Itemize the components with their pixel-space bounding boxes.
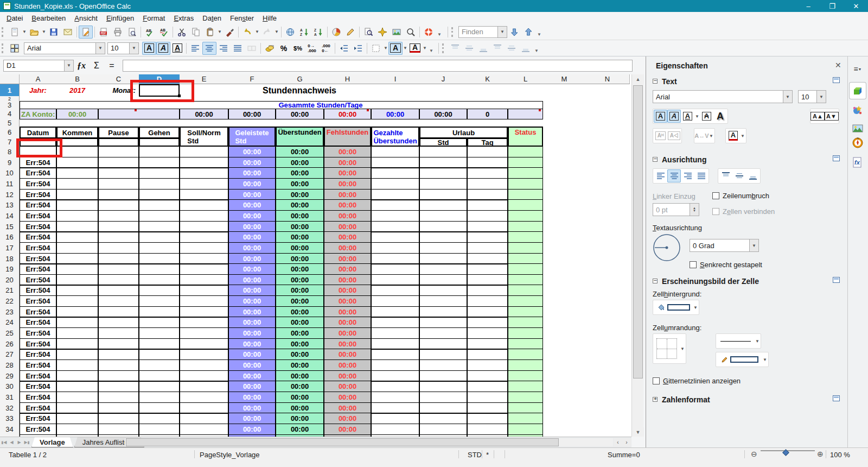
cell-J16[interactable] bbox=[419, 231, 467, 243]
sidebar-close-icon[interactable]: ✕ bbox=[835, 61, 841, 70]
undo-button[interactable] bbox=[240, 26, 254, 39]
cell-E13[interactable] bbox=[180, 199, 228, 211]
cell-B14[interactable] bbox=[56, 210, 98, 222]
cell-E11[interactable] bbox=[180, 178, 228, 190]
cell-K30[interactable] bbox=[467, 381, 508, 392]
cell-A24[interactable]: Err:504 bbox=[20, 317, 56, 328]
find-previous-button[interactable] bbox=[521, 26, 535, 39]
toolbar-overflow-icon[interactable]: ▼ bbox=[533, 42, 540, 55]
cell-A20[interactable]: Err:504 bbox=[20, 274, 56, 286]
cell-C22[interactable] bbox=[98, 295, 139, 307]
cell-C29[interactable] bbox=[98, 370, 139, 382]
row-header-16[interactable]: 16 bbox=[0, 231, 20, 243]
column-header-G[interactable]: G bbox=[276, 74, 324, 84]
chevron-down-icon[interactable]: ▼ bbox=[755, 335, 760, 348]
cell-D9[interactable] bbox=[139, 157, 180, 168]
column-header-corner[interactable] bbox=[0, 74, 20, 84]
scroll-right-icon[interactable]: › bbox=[622, 438, 631, 446]
row-header-1[interactable]: 1 bbox=[0, 84, 20, 97]
cell-I4[interactable]: 00:00 bbox=[371, 109, 419, 119]
cell-D33[interactable] bbox=[139, 413, 180, 424]
cell-K19[interactable] bbox=[467, 263, 508, 275]
cell-J32[interactable] bbox=[419, 402, 467, 414]
hyperlink-button[interactable] bbox=[283, 26, 297, 39]
menu-format[interactable]: Format bbox=[138, 13, 169, 23]
gallery-button[interactable] bbox=[390, 26, 404, 39]
cell-C20[interactable] bbox=[98, 274, 139, 286]
cell-A32[interactable]: Err:504 bbox=[20, 402, 56, 414]
cell-B34[interactable] bbox=[56, 424, 98, 435]
cell-B16[interactable] bbox=[56, 231, 98, 243]
zoom-button[interactable] bbox=[404, 26, 418, 39]
chevron-down-icon[interactable]: ▼ bbox=[709, 129, 714, 142]
sidebar-valign-middle-button[interactable] bbox=[732, 169, 746, 182]
cell-K16[interactable] bbox=[467, 231, 508, 243]
cell-J33[interactable] bbox=[419, 413, 467, 424]
sum-button[interactable]: Σ bbox=[89, 59, 104, 72]
paste-button[interactable] bbox=[203, 26, 217, 39]
menu-datei[interactable]: Datei bbox=[2, 13, 27, 23]
styles-deck-icon[interactable] bbox=[850, 102, 866, 118]
cell-C33[interactable] bbox=[98, 413, 139, 424]
obj-align-right-button[interactable] bbox=[476, 42, 490, 55]
sidebar-align-center-button[interactable] bbox=[667, 169, 681, 182]
row-header-21[interactable]: 21 bbox=[0, 285, 20, 296]
cell-C14[interactable] bbox=[98, 210, 139, 222]
cell-H24[interactable]: 00:00 bbox=[324, 317, 371, 328]
cell-L10[interactable] bbox=[508, 167, 543, 179]
cell-J31[interactable] bbox=[419, 392, 467, 403]
cell-B1[interactable]: 2017 bbox=[56, 84, 98, 97]
cell-L24[interactable] bbox=[508, 317, 543, 328]
cell-appearance-dialog-launcher-icon[interactable] bbox=[833, 277, 840, 283]
cell-I14[interactable] bbox=[371, 210, 419, 222]
cell-L12[interactable] bbox=[508, 189, 543, 200]
cell-E8[interactable] bbox=[180, 146, 228, 157]
border-picker-button[interactable] bbox=[654, 335, 680, 362]
cell-G33[interactable]: 00:00 bbox=[276, 413, 324, 424]
bold-button[interactable]: A bbox=[142, 42, 156, 55]
page-style-indicator[interactable]: PageStyle_Vorlage bbox=[200, 450, 260, 460]
spellcheck-button[interactable]: AB bbox=[143, 26, 157, 39]
cell-A23[interactable]: Err:504 bbox=[20, 306, 56, 318]
cell-H23[interactable]: 00:00 bbox=[324, 306, 371, 318]
cell-K22[interactable] bbox=[467, 295, 508, 307]
menu-fenster[interactable]: Fenster bbox=[226, 13, 258, 23]
delete-decimal-button[interactable]: .0000← bbox=[319, 42, 333, 55]
cell-C28[interactable] bbox=[98, 359, 139, 371]
cell-J7[interactable]: Std bbox=[419, 138, 467, 147]
cell-A11[interactable]: Err:504 bbox=[20, 178, 56, 190]
row-header-24[interactable]: 24 bbox=[0, 317, 20, 328]
cell-F33[interactable]: 00:00 bbox=[228, 413, 276, 424]
row-header-6[interactable]: 6 bbox=[0, 127, 20, 138]
cell-G20[interactable]: 00:00 bbox=[276, 274, 324, 286]
cell-C26[interactable] bbox=[98, 338, 139, 350]
row-header-18[interactable]: 18 bbox=[0, 253, 20, 264]
subscript-button[interactable]: A⨞ bbox=[667, 129, 681, 142]
background-color-button[interactable]: A bbox=[388, 42, 403, 55]
cell-A10[interactable]: Err:504 bbox=[20, 167, 56, 179]
cell-D14[interactable] bbox=[139, 210, 180, 222]
font-name-combo[interactable]: Arial▼ bbox=[24, 42, 105, 54]
toolbar-grip[interactable] bbox=[442, 43, 446, 53]
cell-C23[interactable] bbox=[98, 306, 139, 318]
cell-C16[interactable] bbox=[98, 231, 139, 243]
cell-F9[interactable]: 00:00 bbox=[228, 157, 276, 168]
cell-H6[interactable]: Fehlstunden bbox=[324, 127, 371, 147]
cell-I15[interactable] bbox=[371, 221, 419, 232]
cell-H19[interactable]: 00:00 bbox=[324, 263, 371, 275]
cell-E4[interactable]: 00:00 bbox=[180, 109, 228, 119]
cell-B25[interactable] bbox=[56, 327, 98, 339]
cell-F25[interactable]: 00:00 bbox=[228, 327, 276, 339]
cell-D30[interactable] bbox=[139, 381, 180, 392]
cell-K27[interactable] bbox=[467, 349, 508, 360]
cell-K17[interactable] bbox=[467, 242, 508, 254]
cell-D13[interactable] bbox=[139, 199, 180, 211]
cell-E31[interactable] bbox=[180, 392, 228, 403]
chevron-down-icon[interactable]: ▼ bbox=[383, 42, 388, 55]
cell-L33[interactable] bbox=[508, 413, 543, 424]
cell-A28[interactable]: Err:504 bbox=[20, 359, 56, 371]
cell-J9[interactable] bbox=[419, 157, 467, 168]
toolbar-overflow-icon[interactable]: ▼ bbox=[436, 26, 443, 39]
cell-I34[interactable] bbox=[371, 424, 419, 435]
chevron-down-icon[interactable]: ▼ bbox=[497, 27, 507, 37]
